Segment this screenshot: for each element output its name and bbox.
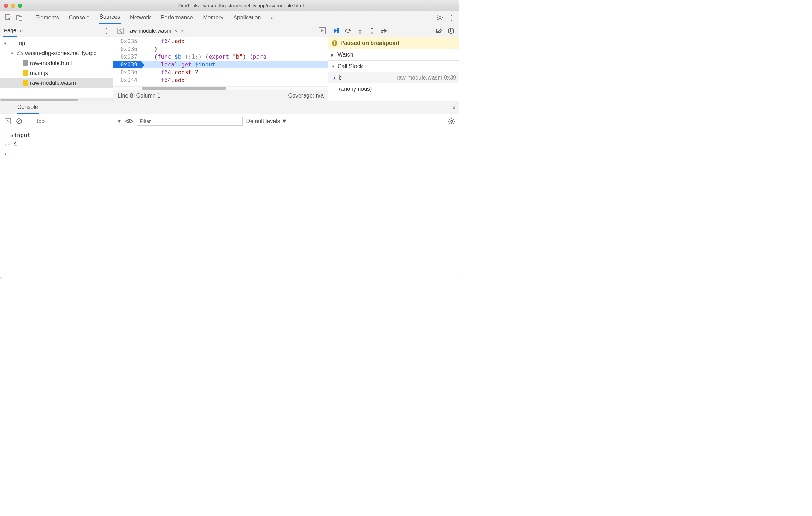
editor-tab-label: raw-module.wasm	[128, 28, 171, 34]
coverage-status: Coverage: n/a	[288, 93, 324, 99]
clear-console-icon[interactable]	[15, 117, 23, 125]
code-line[interactable]: 0x035 f64.add	[113, 37, 328, 45]
gutter-address[interactable]: 0x037	[113, 53, 141, 60]
console-settings-icon[interactable]	[448, 117, 455, 125]
tab-network[interactable]: Network	[129, 11, 152, 24]
stack-frame[interactable]: ➔ b raw-module.wasm:0x39	[328, 72, 459, 83]
code-line[interactable]: 0x044 f64.add	[113, 76, 328, 84]
code-text: f64.const 2	[141, 69, 199, 76]
main-toolbar: Elements Console Sources Network Perform…	[0, 11, 459, 24]
frame-location: raw-module.wasm:0x39	[396, 75, 456, 81]
tree-domain[interactable]: ▼ wasm-dbg-stories.netlify.app	[0, 48, 113, 58]
step-over-icon[interactable]	[345, 27, 352, 34]
toggle-navigator-icon[interactable]	[116, 26, 125, 36]
close-window-button[interactable]	[4, 4, 8, 8]
tabs-overflow[interactable]: »	[270, 11, 275, 24]
horizontal-scrollbar[interactable]	[0, 98, 113, 101]
expand-icon: ▼	[331, 64, 335, 69]
dropdown-icon: ▼	[282, 118, 287, 124]
step-icon[interactable]	[381, 27, 388, 34]
navigator-overflow[interactable]: »	[20, 28, 23, 34]
deactivate-breakpoints-icon[interactable]	[436, 27, 443, 34]
gutter-address[interactable]: 0x039	[113, 61, 141, 68]
resume-icon[interactable]	[333, 27, 340, 34]
settings-icon[interactable]	[435, 13, 445, 23]
console-toolbar: top ▼ Default levels ▼	[0, 114, 459, 128]
tree-file[interactable]: raw-module.html	[0, 58, 113, 68]
cursor-position: Line 8, Column 1	[118, 93, 160, 99]
debugger-toolbar	[328, 24, 459, 37]
step-out-icon[interactable]	[369, 27, 376, 34]
console-prompt[interactable]: ›	[4, 149, 455, 158]
tree-file-selected[interactable]: raw-module.wasm	[0, 78, 113, 88]
navigator-tab-page[interactable]: Page	[3, 24, 17, 37]
code-line[interactable]: 0x039 local.get $input	[113, 60, 328, 68]
drawer-tab-console[interactable]: Console	[17, 101, 39, 114]
code-line[interactable]: 0x045 )	[113, 84, 328, 86]
svg-rect-13	[5, 118, 11, 124]
tab-sources[interactable]: Sources	[99, 11, 121, 24]
code-text: (func $b (;1;) (export "b") (para	[141, 53, 266, 60]
current-frame-icon: ➔	[331, 75, 336, 81]
log-levels-selector[interactable]: Default levels ▼	[246, 118, 287, 124]
svg-point-17	[451, 120, 453, 122]
collapse-icon: ▶	[331, 53, 335, 57]
svg-rect-5	[337, 28, 339, 33]
stack-frame[interactable]: (anonymous)	[328, 83, 459, 95]
svg-point-8	[371, 32, 373, 34]
tab-memory[interactable]: Memory	[202, 11, 224, 24]
pause-on-exceptions-icon[interactable]	[448, 27, 455, 34]
callstack-header[interactable]: ▼ Call Stack	[328, 61, 459, 72]
gutter-address[interactable]: 0x035	[113, 38, 141, 45]
more-menu-icon[interactable]: ⋮	[446, 13, 456, 23]
code-line[interactable]: 0x037 (func $b (;1;) (export "b") (para	[113, 53, 328, 60]
navigator-more-icon[interactable]: ⋮	[103, 27, 110, 35]
maximize-window-button[interactable]	[18, 4, 22, 8]
cloud-icon	[17, 50, 23, 57]
tab-performance[interactable]: Performance	[160, 11, 194, 24]
console-sidebar-toggle-icon[interactable]	[4, 117, 12, 125]
tab-application[interactable]: Application	[233, 11, 261, 24]
filter-input[interactable]	[137, 117, 243, 126]
minimize-window-button[interactable]	[11, 4, 15, 8]
output-prompt-icon: ‹·	[4, 141, 11, 148]
watch-section[interactable]: ▶ Watch	[328, 49, 459, 61]
expand-icon: ▼	[10, 51, 14, 55]
step-into-icon[interactable]	[357, 27, 364, 34]
traffic-lights	[4, 4, 22, 8]
code-line[interactable]: 0x036 )	[113, 45, 328, 53]
editor-tabs-overflow[interactable]: »	[180, 28, 183, 34]
inspect-element-icon[interactable]	[3, 13, 13, 23]
live-expression-icon[interactable]	[125, 117, 133, 125]
svg-point-6	[347, 32, 349, 33]
gutter-address[interactable]: 0x03b	[113, 69, 141, 76]
panel-tabs: Elements Console Sources Network Perform…	[35, 11, 275, 24]
code-line[interactable]: 0x03b f64.const 2	[113, 68, 328, 76]
editor-pane: raw-module.wasm × » 0x035 f64.add0x036 )…	[113, 24, 328, 101]
drawer-more-icon[interactable]: ⋮	[3, 103, 13, 113]
close-tab-icon[interactable]: ×	[174, 28, 177, 34]
tree-file[interactable]: main.js	[0, 68, 113, 78]
info-icon: i	[332, 40, 337, 46]
tree-frame-top[interactable]: ▼ top	[0, 39, 113, 48]
editor-tab[interactable]: raw-module.wasm ×	[128, 28, 177, 34]
console-result: 4	[13, 141, 17, 148]
tab-console[interactable]: Console	[68, 11, 90, 24]
svg-point-16	[128, 120, 130, 122]
frame-icon	[10, 41, 15, 46]
svg-line-15	[17, 119, 21, 123]
gutter-address[interactable]: 0x036	[113, 46, 141, 52]
code-editor[interactable]: 0x035 f64.add0x036 )0x037 (func $b (;1;)…	[113, 37, 328, 86]
close-drawer-icon[interactable]: ×	[452, 104, 456, 112]
gutter-address[interactable]: 0x044	[113, 77, 141, 83]
console-output[interactable]: › $input ‹· 4 ›	[0, 128, 459, 279]
gutter-address[interactable]: 0x045	[113, 84, 141, 87]
paused-banner: i Paused on breakpoint	[328, 37, 459, 49]
tab-elements[interactable]: Elements	[35, 11, 60, 24]
device-toolbar-icon[interactable]	[14, 13, 24, 23]
toggle-debugger-icon[interactable]	[319, 27, 326, 34]
tree-label: main.js	[30, 70, 48, 76]
editor-horizontal-scrollbar[interactable]	[113, 86, 328, 90]
svg-rect-12	[452, 29, 452, 32]
context-selector[interactable]: top	[35, 118, 50, 124]
